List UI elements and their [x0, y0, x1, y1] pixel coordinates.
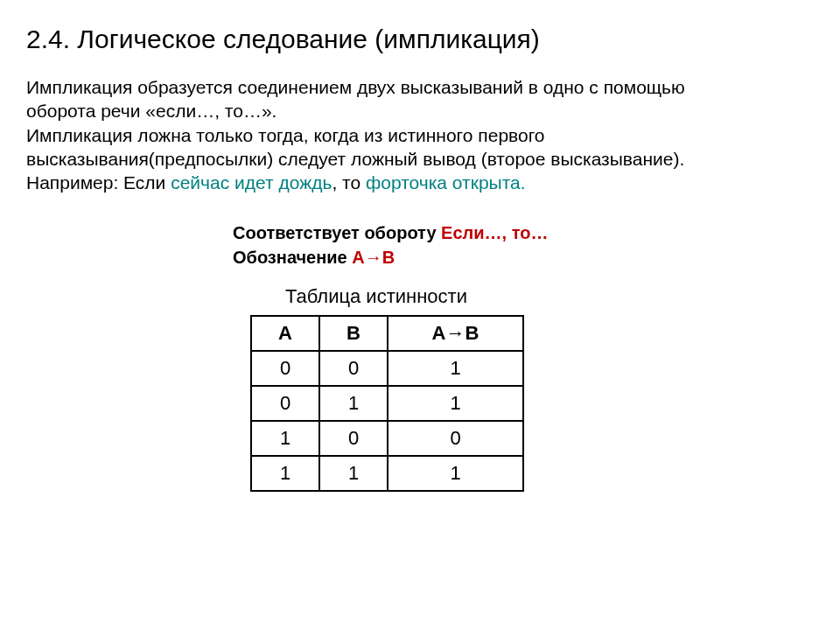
body-paragraph: Импликация образуется соединением двух в…	[26, 75, 814, 194]
body-line-1: Импликация образуется соединением двух в…	[26, 77, 685, 97]
slide-content: 2.4. Логическое следование (импликация) …	[0, 0, 840, 516]
header-ab: A→B	[388, 316, 523, 351]
table-row: 0 0 1	[251, 351, 523, 386]
table-row: 0 1 1	[251, 386, 523, 421]
body-line-5b: , то	[332, 172, 360, 192]
body-line-5a: Например: Если	[26, 172, 165, 192]
page-title: 2.4. Логическое следование (импликация)	[26, 24, 814, 54]
table-header-row: A B A→B	[251, 316, 523, 351]
cell-a: 0	[251, 351, 319, 386]
cell-a: 1	[251, 456, 319, 491]
corresponds-value: Если…, то…	[441, 223, 548, 242]
cell-ab: 1	[388, 456, 523, 491]
table-row: 1 1 1	[251, 456, 523, 491]
cell-b: 0	[319, 421, 388, 456]
cell-a: 0	[251, 386, 319, 421]
notation-value: А→В	[352, 248, 395, 267]
header-a: A	[251, 316, 319, 351]
example-conclusion: форточка открыта.	[360, 172, 525, 192]
table-row: 1 0 0	[251, 421, 523, 456]
header-b: B	[319, 316, 388, 351]
cell-b: 0	[319, 351, 388, 386]
example-premise: сейчас идет дождь	[165, 172, 332, 192]
body-line-2: оборота речи «если…, то…».	[26, 101, 276, 121]
cell-ab: 1	[388, 351, 523, 386]
cell-b: 1	[319, 456, 388, 491]
cell-b: 1	[319, 386, 388, 421]
cell-ab: 0	[388, 421, 523, 456]
body-line-3: Импликация ложна только тогда, когда из …	[26, 125, 545, 145]
notation-label: Обозначение	[233, 248, 352, 267]
cell-ab: 1	[388, 386, 523, 421]
corresponds-label: Соответствует обороту	[233, 223, 441, 242]
table-caption: Таблица истинности	[285, 285, 814, 308]
cell-a: 1	[251, 421, 319, 456]
truth-table: A B A→B 0 0 1 0 1 1 1 0 0 1 1	[250, 315, 524, 492]
notation-block: Соответствует обороту Если…, то… Обознач…	[233, 220, 814, 270]
body-line-4: высказывания(предпосылки) следует ложный…	[26, 149, 684, 169]
